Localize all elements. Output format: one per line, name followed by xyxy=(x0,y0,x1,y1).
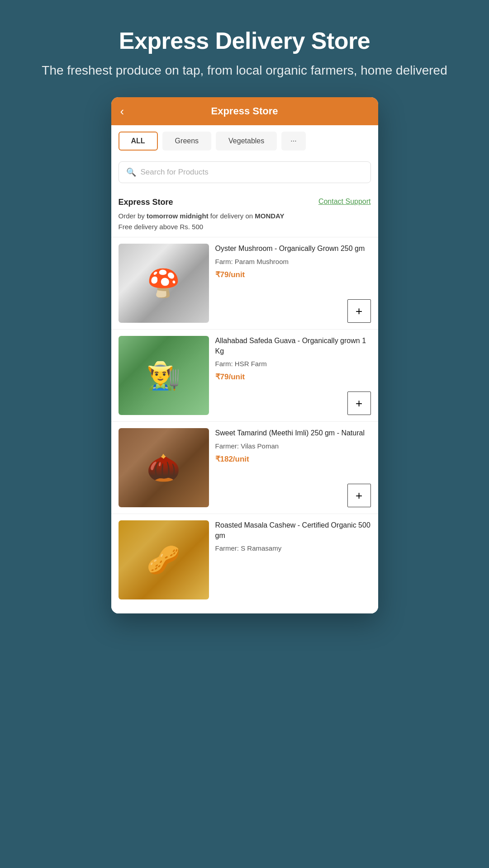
app-header-title: Express Store xyxy=(211,105,278,117)
search-bar[interactable]: 🔍 Search for Products xyxy=(119,161,371,183)
product-details: Oyster Mushroom - Organically Grown 250 … xyxy=(215,244,371,323)
product-name: Roasted Masala Cashew - Certified Organi… xyxy=(215,520,371,541)
tab-more[interactable]: ··· xyxy=(281,132,305,151)
store-name: Express Store xyxy=(119,198,173,207)
product-farm: Farm: HSR Farm xyxy=(215,360,371,368)
page-subtitle: The freshest produce on tap, from local … xyxy=(42,61,447,79)
product-image-tamarind: 🌰 xyxy=(119,428,209,507)
tab-all[interactable]: ALL xyxy=(119,132,158,151)
free-delivery-info: Free delivery above Rs. 500 xyxy=(119,222,371,232)
product-price: ₹79/unit xyxy=(215,372,371,382)
product-details: Allahabad Safeda Guava - Organically gro… xyxy=(215,336,371,415)
product-item: 👨‍🌾 Allahabad Safeda Guava - Organically… xyxy=(111,330,378,422)
product-farm: Farmer: S Ramasamy xyxy=(215,544,371,552)
tab-greens[interactable]: Greens xyxy=(162,132,211,151)
product-image-cashew: 🥜 xyxy=(119,520,209,599)
product-item: 🥜 Roasted Masala Cashew - Certified Orga… xyxy=(111,514,378,613)
back-button[interactable]: ‹ xyxy=(120,105,124,117)
search-icon: 🔍 xyxy=(126,167,136,177)
add-to-cart-button[interactable]: + xyxy=(347,299,371,323)
product-farm: Farmer: Vilas Poman xyxy=(215,442,371,450)
store-info: Express Store Contact Support Order by t… xyxy=(111,190,378,237)
product-farm: Farm: Param Mushroom xyxy=(215,258,371,265)
product-name: Allahabad Safeda Guava - Organically gro… xyxy=(215,336,371,356)
product-image-mushroom: 🍄 xyxy=(119,244,209,323)
product-price: ₹79/unit xyxy=(215,270,371,279)
store-info-row: Express Store Contact Support xyxy=(119,198,371,207)
tab-vegetables[interactable]: Vegetables xyxy=(216,132,277,151)
product-item: 🍄 Oyster Mushroom - Organically Grown 25… xyxy=(111,237,378,330)
product-price: ₹182/unit xyxy=(215,454,371,464)
product-details: Sweet Tamarind (Meethi Imli) 250 gm - Na… xyxy=(215,428,371,507)
page-title: Express Delivery Store xyxy=(42,27,447,54)
phone-frame: ‹ Express Store ALL Greens Vegetables ··… xyxy=(111,97,378,613)
add-to-cart-button[interactable]: + xyxy=(347,392,371,415)
category-tabs: ALL Greens Vegetables ··· xyxy=(111,125,378,157)
app-header: ‹ Express Store xyxy=(111,97,378,125)
product-details: Roasted Masala Cashew - Certified Organi… xyxy=(215,520,371,599)
product-name: Oyster Mushroom - Organically Grown 250 … xyxy=(215,244,371,254)
delivery-info: Order by tomorrow midnight for delivery … xyxy=(119,211,371,222)
product-item: 🌰 Sweet Tamarind (Meethi Imli) 250 gm - … xyxy=(111,422,378,514)
search-placeholder-text: Search for Products xyxy=(141,168,209,177)
product-image-guava: 👨‍🌾 xyxy=(119,336,209,415)
page-header: Express Delivery Store The freshest prod… xyxy=(5,27,483,79)
add-to-cart-button[interactable]: + xyxy=(347,484,371,507)
product-name: Sweet Tamarind (Meethi Imli) 250 gm - Na… xyxy=(215,428,371,438)
contact-support-link[interactable]: Contact Support xyxy=(318,198,371,206)
search-container: 🔍 Search for Products xyxy=(111,157,378,190)
product-list: 🍄 Oyster Mushroom - Organically Grown 25… xyxy=(111,237,378,613)
